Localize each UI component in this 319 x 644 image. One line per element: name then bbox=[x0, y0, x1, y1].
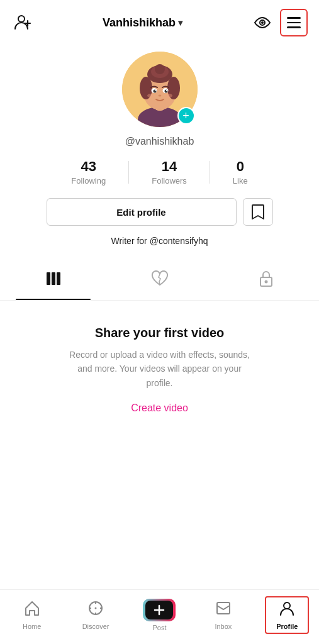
svg-point-0 bbox=[18, 16, 25, 22]
profile-icon bbox=[279, 600, 295, 620]
stat-followers[interactable]: 14 Followers bbox=[129, 158, 210, 186]
post-plus-icon bbox=[145, 601, 173, 619]
discover-icon bbox=[87, 600, 104, 620]
nav-profile-label: Profile bbox=[276, 623, 298, 630]
svg-point-27 bbox=[264, 280, 267, 284]
bookmark-button[interactable] bbox=[243, 198, 273, 226]
tab-grid[interactable] bbox=[0, 261, 106, 300]
lock-icon bbox=[259, 270, 274, 291]
nav-inbox[interactable]: Inbox bbox=[201, 600, 245, 630]
eye-icon-button[interactable] bbox=[251, 11, 274, 34]
home-icon bbox=[24, 600, 40, 620]
stats-row: 43 Following 14 Followers 0 Like bbox=[48, 158, 270, 186]
followers-label: Followers bbox=[152, 176, 187, 186]
svg-point-17 bbox=[164, 90, 167, 93]
svg-point-22 bbox=[166, 94, 172, 97]
top-navigation: Vanhishikhab ▾ bbox=[0, 0, 319, 45]
hamburger-line-1 bbox=[287, 17, 301, 19]
heart-broken-icon bbox=[150, 270, 169, 291]
nav-profile[interactable]: Profile bbox=[265, 596, 309, 634]
svg-point-29 bbox=[95, 608, 97, 609]
svg-point-18 bbox=[154, 90, 155, 91]
avatar-add-button[interactable]: + bbox=[177, 107, 195, 125]
nav-post[interactable]: Post bbox=[137, 599, 181, 631]
add-user-button[interactable] bbox=[11, 11, 34, 34]
tab-private[interactable] bbox=[213, 261, 319, 300]
profile-actions-row: Edit profile bbox=[47, 198, 273, 226]
followers-count: 14 bbox=[162, 158, 177, 175]
svg-rect-23 bbox=[47, 272, 50, 285]
nav-post-label: Post bbox=[152, 624, 166, 631]
username-text: Vanhishikhab bbox=[103, 16, 176, 30]
tab-liked[interactable] bbox=[106, 261, 213, 300]
avatar-wrapper: + bbox=[122, 52, 198, 127]
content-area: Share your first video Record or upload … bbox=[0, 301, 319, 439]
stat-likes[interactable]: 0 Like bbox=[210, 158, 271, 186]
hamburger-menu-button[interactable] bbox=[280, 9, 308, 36]
create-video-link[interactable]: Create video bbox=[131, 402, 188, 414]
hamburger-line-3 bbox=[287, 26, 301, 28]
inbox-icon bbox=[215, 600, 232, 620]
svg-point-16 bbox=[153, 90, 156, 93]
svg-point-37 bbox=[284, 602, 290, 609]
svg-rect-25 bbox=[57, 272, 60, 285]
nav-discover-label: Discover bbox=[82, 623, 109, 630]
profile-section: + @vanhishikhab 43 Following 14 Follower… bbox=[0, 45, 319, 261]
profile-tabs bbox=[0, 261, 319, 301]
likes-label: Like bbox=[233, 176, 248, 186]
bio: Writer for @contensifyhq bbox=[111, 236, 208, 246]
chevron-down-icon: ▾ bbox=[178, 18, 182, 28]
svg-point-19 bbox=[165, 90, 167, 91]
following-label: Following bbox=[71, 176, 106, 186]
nav-home-label: Home bbox=[23, 623, 41, 630]
hamburger-line-2 bbox=[287, 22, 301, 24]
following-count: 43 bbox=[81, 158, 96, 175]
grid-icon bbox=[45, 271, 62, 290]
empty-state-description: Record or upload a video with effects, s… bbox=[65, 348, 254, 390]
svg-point-11 bbox=[155, 64, 165, 74]
edit-profile-button[interactable]: Edit profile bbox=[47, 198, 237, 226]
svg-rect-24 bbox=[52, 272, 55, 285]
post-button[interactable] bbox=[143, 599, 176, 621]
top-right-controls bbox=[251, 9, 308, 36]
empty-state-title: Share your first video bbox=[95, 326, 225, 340]
nav-home[interactable]: Home bbox=[10, 600, 54, 630]
username-title[interactable]: Vanhishikhab ▾ bbox=[103, 16, 182, 30]
svg-point-4 bbox=[261, 21, 264, 24]
svg-point-21 bbox=[147, 94, 154, 97]
stat-following[interactable]: 43 Following bbox=[48, 158, 128, 186]
bottom-navigation: Home Discover Post bbox=[0, 589, 319, 644]
svg-rect-36 bbox=[217, 602, 230, 614]
nav-discover[interactable]: Discover bbox=[74, 600, 118, 630]
nav-inbox-label: Inbox bbox=[215, 623, 232, 630]
likes-count: 0 bbox=[237, 158, 244, 175]
profile-handle: @vanhishikhab bbox=[125, 136, 194, 147]
svg-point-20 bbox=[158, 95, 161, 97]
